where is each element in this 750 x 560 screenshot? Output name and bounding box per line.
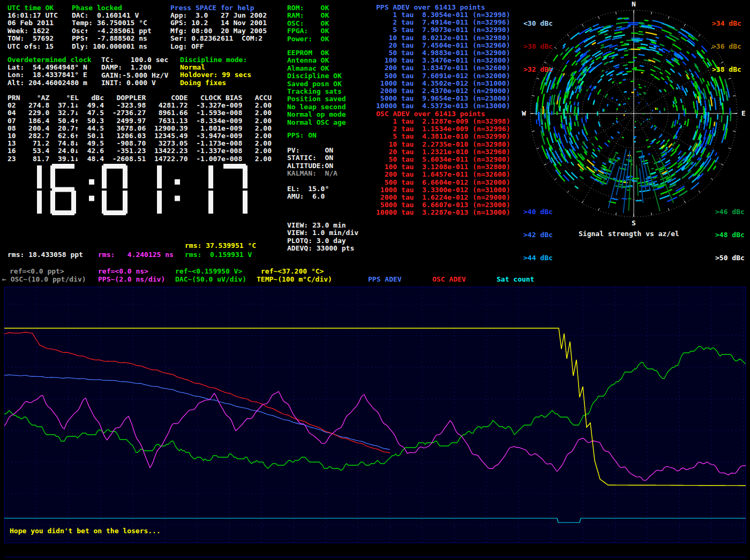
clock-segment bbox=[175, 196, 180, 201]
adev-row: 2000 tau 2.4370e-012 (n=29000) bbox=[376, 87, 510, 95]
sat-row: 04229.032.7↓47.5-2736.278961.66-1.593e-0… bbox=[8, 109, 272, 117]
sat-header-cell: DOPPLER bbox=[104, 94, 146, 102]
clock-segment bbox=[243, 165, 248, 188]
sat-row-cell: 186.4 bbox=[20, 117, 49, 125]
clock-segment bbox=[37, 165, 42, 188]
loop-param-line: TC: 100.0 sec bbox=[101, 56, 168, 64]
sat-row-cell: 24.0↓ bbox=[49, 147, 79, 155]
sat-header-cell: °EL bbox=[49, 94, 79, 102]
version-info-line: Log: OFF bbox=[170, 43, 267, 50]
fix-mode-line: STATIC: ON bbox=[287, 154, 333, 162]
sat-row-cell: 12345.49 bbox=[146, 132, 188, 140]
fix-modes-block: PV: ONSTATIC: ONALTITUDE:ON bbox=[287, 147, 333, 170]
sat-row: 10282.762.6↑50.11206.0312345.49-3.947e-0… bbox=[8, 132, 272, 140]
dbc-legend-item: >46 dBc bbox=[715, 208, 745, 216]
sat-row-cell: 2.00 bbox=[242, 109, 272, 117]
sat-row-cell: 13422.23 bbox=[146, 147, 188, 155]
polar-caption: Signal strength vs az/el bbox=[579, 230, 679, 238]
dbc-legend-item: >32 dBc bbox=[523, 66, 553, 73]
plot-label-sat-count: Sat count bbox=[497, 276, 534, 283]
rms-pps: rms: 4.240125 ns bbox=[98, 251, 174, 259]
clock-segment bbox=[175, 179, 180, 185]
adev-row: 1 tau 2.1287e-009 (n=32998) bbox=[376, 118, 510, 125]
adev-row: 10000 tau 4.5373e-013 (n=13000) bbox=[376, 102, 510, 110]
sat-row-cell: 08 bbox=[8, 125, 20, 132]
loop-param-line: GAIN:-5.000 Hz/V bbox=[101, 72, 168, 79]
sat-row: 1653.424.0↓42.6-351.2313422.23-1.337e-00… bbox=[8, 147, 272, 155]
adev-row: 10000 tau 3.2287e-013 (n=13000) bbox=[376, 209, 510, 216]
health-status-line: Normal OSC age bbox=[287, 119, 346, 126]
clock-segment bbox=[52, 164, 74, 169]
clock-segment bbox=[208, 191, 213, 214]
clock-segment bbox=[52, 187, 74, 192]
cardinal-label: S bbox=[632, 219, 636, 227]
position-line: Lat: 54.4964948° N bbox=[8, 64, 87, 71]
dbc-legend-item: >42 dBc bbox=[523, 231, 553, 239]
position-line: Alt: 204.46002480 m bbox=[8, 79, 87, 87]
adev-row: 100 tau 3.1208e-011 (n=32800) bbox=[376, 163, 510, 171]
utc-info-line: UTC ofs: 15 bbox=[8, 43, 58, 50]
sat-row-cell: 23 bbox=[8, 155, 20, 163]
sat-row-cell: 16 bbox=[8, 147, 20, 155]
discipline-state-line: Normal bbox=[180, 64, 251, 71]
dbc-legend-item: >34 dBc bbox=[712, 20, 741, 27]
adev-row: 5 tau 4.3811e-010 (n=32990) bbox=[376, 133, 510, 140]
sat-row-cell: 37.1↓ bbox=[49, 102, 79, 109]
kalman-state: KALMAN: N/A bbox=[287, 170, 338, 177]
clock-segment bbox=[123, 191, 128, 214]
clock-segment bbox=[157, 165, 162, 188]
sat-row-cell: 2.00 bbox=[242, 125, 272, 132]
adev-row: 5000 tau 9.9654e-013 (n=23000) bbox=[376, 95, 510, 102]
sat-row: 2381.739.1↓48.4-2608.5114722.70-1.007e-0… bbox=[8, 155, 272, 163]
health-status-line: No leap second bbox=[287, 103, 346, 111]
adev-row: 100 tau 3.3476e-011 (n=32800) bbox=[376, 57, 510, 64]
adev-row: 200 tau 1.8347e-011 (n=32600) bbox=[376, 64, 510, 72]
discipline-state-block: NormalHoldover: 99 secsDoing fixes bbox=[180, 64, 251, 87]
version-info-line: Ser: 0.82362611 COM:2 bbox=[170, 35, 267, 42]
version-info-block: App: 3.0 27 Jun 2002GPS: 10.2 14 Nov 200… bbox=[170, 12, 267, 50]
sat-row-cell: 49.4 bbox=[79, 102, 104, 109]
sat-row-cell: 50.4↑ bbox=[49, 117, 79, 125]
view-setting-line: ADEVQ: 33000 pts bbox=[287, 245, 358, 252]
utc-info-line: TOW: 57692 bbox=[8, 35, 58, 42]
health-status-line: Normal op mode bbox=[287, 111, 346, 118]
rms-temp: rms: 37.539951 °C bbox=[185, 242, 256, 249]
view-setting-line: PLOTQ: 3.0 day bbox=[287, 237, 358, 245]
clock-segment bbox=[103, 210, 126, 215]
sat-row-cell: 1206.03 bbox=[104, 132, 146, 140]
adev-row: 200 tau 1.6457e-011 (n=32600) bbox=[376, 171, 510, 178]
sat-row-cell: -351.23 bbox=[104, 147, 146, 155]
version-info-line: Mfg: 08:00 20 May 2005 bbox=[170, 27, 267, 35]
cardinal-label: N bbox=[632, 0, 636, 8]
adev-row: 50 tau 5.6034e-011 (n=32900) bbox=[376, 156, 510, 163]
device-status-line: OSC: OK bbox=[287, 20, 329, 27]
dbc-legend-item: >44 dBc bbox=[523, 254, 553, 262]
dbc-legend-se: >46 dBc >48 dBc >50 dBc bbox=[715, 193, 745, 270]
position-line: Lon: 18.4337841° E bbox=[8, 71, 87, 79]
sat-row-cell: -3.327e-009 bbox=[188, 102, 243, 109]
device-status-line: ROM: OK bbox=[287, 4, 329, 12]
sat-row-cell: 50.1 bbox=[79, 132, 104, 140]
status-message: Hope you didn't bet on the losers... bbox=[10, 527, 161, 535]
cardinal-label: W bbox=[522, 109, 526, 117]
adev-row: 500 tau 6.6604e-012 (n=32000) bbox=[376, 179, 510, 186]
sat-row-cell: 3678.06 bbox=[104, 125, 146, 132]
sat-row-cell: 3273.05 bbox=[146, 140, 188, 147]
sat-row-cell: 7631.13 bbox=[146, 117, 188, 125]
mask-line: AMU: 6.0 bbox=[287, 193, 329, 200]
phase-info-line: PPS↑ -7.888502 ns bbox=[72, 35, 152, 42]
loop-param-line: INIT: 0.000 V bbox=[101, 79, 168, 87]
clock-segment bbox=[50, 165, 55, 188]
sat-row-cell: 74.8↓ bbox=[49, 140, 79, 147]
discipline-state-line: Doing fixes bbox=[180, 79, 251, 87]
rms-osc: rms: 18.433058 ppt bbox=[8, 251, 83, 259]
sat-row-cell: 49.5 bbox=[79, 140, 104, 147]
plot-scale-pps: PPS~(2.0 ns/div) bbox=[98, 276, 165, 283]
sat-row-cell: 2.00 bbox=[242, 155, 272, 163]
sat-row-cell: 229.0 bbox=[20, 109, 49, 117]
dbc-legend-item: <30 dBc bbox=[523, 20, 553, 27]
digital-clock bbox=[13, 161, 254, 221]
sat-row-cell: 39.1↓ bbox=[49, 155, 79, 163]
pps-state: PPS: ON bbox=[287, 132, 317, 139]
sat-row: 1371.274.8↓49.5-908.703273.05-1.173e-008… bbox=[8, 140, 272, 147]
